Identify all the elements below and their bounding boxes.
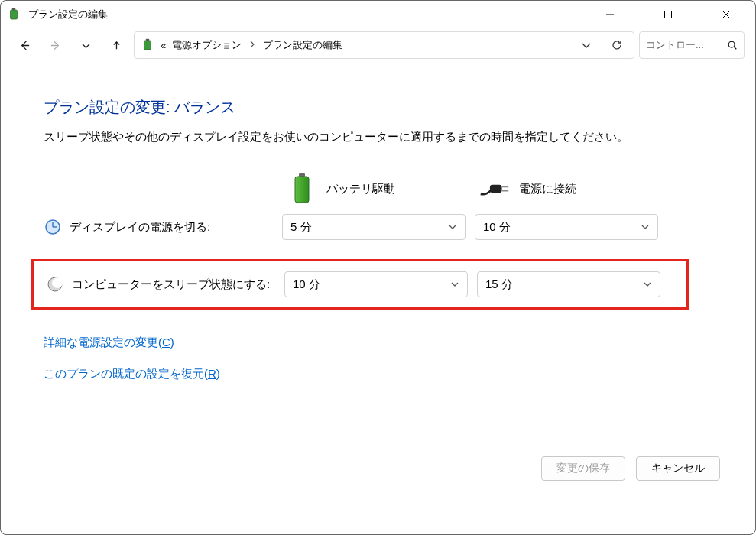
window-minimize-button[interactable]: [581, 1, 639, 28]
chevron-down-icon: [643, 278, 652, 291]
select-value: 10 分: [483, 220, 511, 235]
breadcrumb-item[interactable]: 電源オプション: [172, 38, 242, 52]
svg-line-11: [735, 47, 737, 50]
svg-point-10: [728, 41, 735, 47]
svg-rect-13: [295, 177, 309, 203]
search-placeholder: コントロー...: [646, 38, 722, 52]
svg-point-21: [52, 277, 63, 288]
footer-buttons: 変更の保存 キャンセル: [541, 456, 720, 481]
address-bar[interactable]: « 電源オプション プラン設定の編集: [134, 31, 634, 59]
page-description: スリープ状態やその他のディスプレイ設定をお使いのコンピューターに適用するまでの時…: [44, 130, 712, 144]
window-titlebar: プラン設定の編集: [1, 1, 755, 28]
svg-rect-1: [12, 8, 16, 10]
restore-defaults-link[interactable]: このプランの既定の設定を復元(R): [44, 367, 712, 381]
toolbar: « 電源オプション プラン設定の編集 コントロー...: [1, 28, 755, 66]
window-controls: [581, 1, 755, 28]
nav-forward-button[interactable]: [42, 32, 68, 58]
svg-rect-12: [299, 173, 305, 177]
nav-back-button[interactable]: [11, 32, 37, 58]
breadcrumb-item[interactable]: プラン設定の編集: [263, 38, 342, 52]
select-value: 10 分: [293, 277, 320, 292]
chevron-down-icon: [641, 221, 650, 234]
column-header-label: バッテリ駆動: [326, 182, 395, 196]
button-label: 変更の保存: [556, 462, 610, 475]
column-header-label: 電源に接続: [519, 182, 576, 196]
window-maximize-button[interactable]: [639, 1, 697, 28]
select-value: 5 分: [290, 220, 312, 235]
page-title: プラン設定の変更: バランス: [44, 97, 712, 118]
save-button[interactable]: 変更の保存: [541, 456, 625, 481]
button-label: キャンセル: [651, 462, 705, 475]
row-label-text: コンピューターをスリープ状態にする:: [72, 277, 270, 292]
moon-icon: [46, 275, 64, 293]
search-input[interactable]: コントロー...: [639, 31, 745, 59]
row-display-off: ディスプレイの電源を切る:: [44, 212, 273, 242]
search-icon: [727, 40, 738, 50]
address-bar-icon: [141, 38, 154, 52]
svg-rect-3: [665, 11, 672, 18]
links: 詳細な電源設定の変更(C) このプランの既定の設定を復元(R): [44, 336, 712, 381]
settings-grid: バッテリ駆動 電源に接続 ディスプレイの電源を切る: 5 分: [44, 166, 712, 326]
svg-rect-0: [11, 10, 18, 19]
nav-up-button[interactable]: [103, 32, 129, 58]
refresh-button[interactable]: [606, 34, 628, 56]
breadcrumb-prefix: «: [161, 40, 166, 51]
row-label-text: ディスプレイの電源を切る:: [70, 220, 210, 235]
select-value: 15 分: [485, 277, 513, 292]
highlighted-row: コンピューターをスリープ状態にする: 10 分 15 分: [31, 259, 689, 310]
content-area: プラン設定の変更: バランス スリープ状態やその他のディスプレイ設定をお使いのコ…: [1, 66, 755, 381]
column-header-plugged: 電源に接続: [475, 166, 658, 212]
nav-recent-button[interactable]: [73, 32, 99, 58]
sleep-plugged-select[interactable]: 15 分: [477, 271, 660, 297]
row-sleep: コンピューターをスリープ状態にする:: [46, 269, 275, 300]
power-options-icon: [7, 8, 21, 21]
display-off-battery-select[interactable]: 5 分: [282, 214, 466, 240]
advanced-settings-link[interactable]: 詳細な電源設定の変更(C): [44, 336, 712, 350]
address-history-button[interactable]: [576, 34, 597, 56]
window-close-button[interactable]: [697, 1, 755, 28]
chevron-down-icon: [450, 278, 459, 291]
cancel-button[interactable]: キャンセル: [636, 456, 720, 481]
chevron-right-icon: [249, 41, 255, 50]
svg-rect-8: [144, 41, 151, 50]
battery-icon: [287, 173, 317, 204]
chevron-down-icon: [448, 221, 457, 234]
display-off-plugged-select[interactable]: 10 分: [475, 214, 658, 240]
svg-rect-9: [146, 39, 150, 41]
plug-icon: [479, 173, 510, 204]
window-title: プラン設定の編集: [28, 8, 581, 21]
column-header-battery: バッテリ駆動: [282, 166, 466, 212]
monitor-clock-icon: [44, 218, 62, 236]
svg-rect-14: [490, 185, 502, 193]
sleep-battery-select[interactable]: 10 分: [284, 271, 468, 297]
